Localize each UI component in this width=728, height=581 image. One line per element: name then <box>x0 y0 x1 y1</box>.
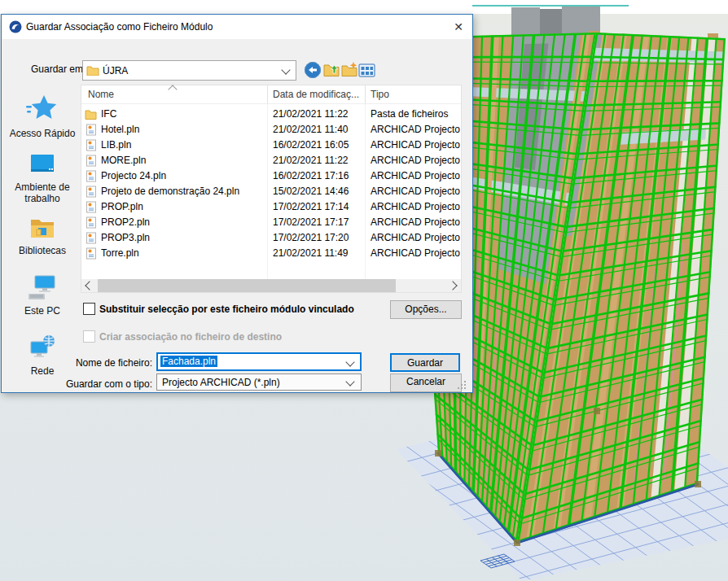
filetype-value: Projecto ARCHICAD (*.pln) <box>162 377 280 388</box>
save-in-dropdown[interactable]: ÚJRA <box>82 60 296 81</box>
new-folder-icon[interactable] <box>340 61 358 79</box>
file-row[interactable]: Projecto 24.pln16/02/2021 17:16ARCHICAD … <box>81 168 461 184</box>
create-association-label: Criar associação no ficheiro de destino <box>99 331 282 343</box>
file-row[interactable]: IFC21/02/2021 11:22Pasta de ficheiros <box>81 107 461 122</box>
save-in-value: ÚJRA <box>103 65 128 76</box>
file-row[interactable]: Torre.pln21/02/2021 11:49ARCHICAD Projec… <box>81 246 461 261</box>
quick-access-star-icon <box>26 93 59 125</box>
sidebar-item-desktop[interactable]: Ambiente de trabalho <box>5 151 80 204</box>
file-name[interactable]: PROP.pln <box>101 201 264 212</box>
close-icon[interactable]: ✕ <box>445 15 472 39</box>
file-date: 21/02/2021 11:22 <box>273 108 362 120</box>
cancel-button[interactable]: Cancelar <box>390 374 462 392</box>
file-type: ARCHICAD Projecto <box>371 170 460 181</box>
filename-label: Nome de ficheiro: <box>71 357 152 369</box>
file-name[interactable]: PROP3.pln <box>101 232 264 243</box>
folder-icon <box>86 65 99 76</box>
save-button[interactable]: Guardar <box>390 353 460 372</box>
column-header-data[interactable]: Data de modificaç... <box>273 89 359 100</box>
file-row[interactable]: PROP.pln17/02/2021 17:14ARCHICAD Project… <box>81 199 461 215</box>
file-row[interactable]: Hotel.pln21/02/2021 11:40ARCHICAD Projec… <box>81 122 461 138</box>
sort-ascending-icon <box>168 85 177 94</box>
save-in-label: Guardar em: <box>31 63 86 75</box>
sidebar-item-label: Bibliotecas <box>5 245 80 256</box>
file-date: 17/02/2021 17:14 <box>273 201 362 212</box>
file-name[interactable]: Projeto de demonstração 24.pln <box>101 186 264 197</box>
sidebar-item-label: Este PC <box>5 305 80 317</box>
file-type: ARCHICAD Projecto <box>371 201 460 212</box>
file-date: 21/02/2021 11:49 <box>273 247 362 259</box>
view-menu-icon[interactable] <box>358 61 376 79</box>
file-row[interactable]: LIB.pln16/02/2021 16:05ARCHICAD Projecto <box>81 138 461 153</box>
file-list: Nome Data de modificaç... Tipo IFC21/02/… <box>81 85 462 293</box>
column-header-nome[interactable]: Nome <box>88 89 114 100</box>
file-list-header[interactable]: Nome Data de modificaç... Tipo <box>81 85 461 104</box>
options-button[interactable]: Opções... <box>390 300 462 319</box>
file-row[interactable]: MORE.pln21/02/2021 11:22ARCHICAD Project… <box>81 153 461 168</box>
file-name[interactable]: LIB.pln <box>101 139 264 151</box>
file-date: 21/02/2021 11:40 <box>273 124 362 135</box>
file-row[interactable]: Projeto de demonstração 24.pln15/02/2021… <box>81 184 461 199</box>
resize-grip[interactable] <box>454 381 469 391</box>
screen: Guardar Associação como Ficheiro Módulo … <box>0 0 728 581</box>
scroll-left-icon[interactable] <box>85 281 94 290</box>
network-icon <box>24 334 60 363</box>
desktop-icon <box>26 151 59 179</box>
filename-value: Fachada.pln <box>160 356 217 367</box>
archicad-logo-icon <box>9 20 22 33</box>
chevron-down-icon <box>281 65 290 74</box>
file-date: 17/02/2021 17:17 <box>273 216 362 228</box>
file-type: ARCHICAD Projecto <box>371 216 460 228</box>
sidebar-item-label: Rede <box>5 365 80 377</box>
replace-selection-checkbox[interactable] <box>83 303 95 315</box>
file-name[interactable]: Torre.pln <box>101 247 264 259</box>
file-name[interactable]: MORE.pln <box>101 155 264 166</box>
file-date: 16/02/2021 17:16 <box>273 170 362 181</box>
file-type: ARCHICAD Projecto <box>371 186 460 197</box>
chevron-down-icon <box>345 357 354 366</box>
file-date: 16/02/2021 16:05 <box>273 139 362 151</box>
replace-selection-label: Substituir selecção por este ficheiro mó… <box>99 304 354 315</box>
sidebar-item-label: Ambiente de trabalho <box>5 181 80 204</box>
file-name[interactable]: IFC <box>101 108 264 120</box>
chevron-down-icon <box>345 377 354 386</box>
up-one-level-icon[interactable] <box>322 61 340 79</box>
dialog-title: Guardar Associação como Ficheiro Módulo <box>26 21 213 33</box>
file-name[interactable]: PROP2.pln <box>101 216 264 228</box>
column-header-tipo[interactable]: Tipo <box>371 89 389 100</box>
filetype-label: Guardar com o tipo: <box>50 378 152 390</box>
scroll-right-icon[interactable] <box>448 281 457 290</box>
file-date: 21/02/2021 11:22 <box>273 155 362 166</box>
file-type: ARCHICAD Projecto <box>371 124 460 135</box>
file-type: ARCHICAD Projecto <box>371 155 460 166</box>
file-type: ARCHICAD Projecto <box>371 139 460 151</box>
sidebar-item-label: Acesso Rápido <box>5 128 80 139</box>
file-row[interactable]: PROP3.pln17/02/2021 17:20ARCHICAD Projec… <box>81 230 461 246</box>
filetype-dropdown[interactable]: Projecto ARCHICAD (*.pln) <box>156 374 362 391</box>
file-name[interactable]: Hotel.pln <box>101 124 264 135</box>
file-date: 15/02/2021 14:46 <box>273 186 362 197</box>
this-pc-icon <box>24 273 60 303</box>
sidebar-item-this-pc[interactable]: Este PC <box>5 273 80 317</box>
file-row[interactable]: PROP2.pln17/02/2021 17:17ARCHICAD Projec… <box>81 215 461 230</box>
file-name[interactable]: Projecto 24.pln <box>101 170 264 181</box>
sidebar-item-quick-access[interactable]: Acesso Rápido <box>5 93 80 139</box>
file-type: Pasta de ficheiros <box>371 108 460 120</box>
sidebar-item-network[interactable]: Rede <box>5 334 80 377</box>
save-module-dialog: Guardar Associação como Ficheiro Módulo … <box>1 14 473 393</box>
file-date: 17/02/2021 17:20 <box>273 232 362 243</box>
file-type: ARCHICAD Projecto <box>371 247 460 259</box>
create-association-checkbox <box>83 330 95 343</box>
libraries-icon <box>26 215 59 242</box>
sidebar-item-libraries[interactable]: Bibliotecas <box>5 215 80 256</box>
horizontal-scrollbar[interactable] <box>81 279 461 292</box>
back-icon[interactable] <box>304 61 322 79</box>
dialog-titlebar[interactable]: Guardar Associação como Ficheiro Módulo … <box>2 15 472 39</box>
scrollbar-thumb[interactable] <box>98 279 396 292</box>
file-type: ARCHICAD Projecto <box>371 232 460 243</box>
filename-input[interactable]: Fachada.pln <box>156 352 362 371</box>
